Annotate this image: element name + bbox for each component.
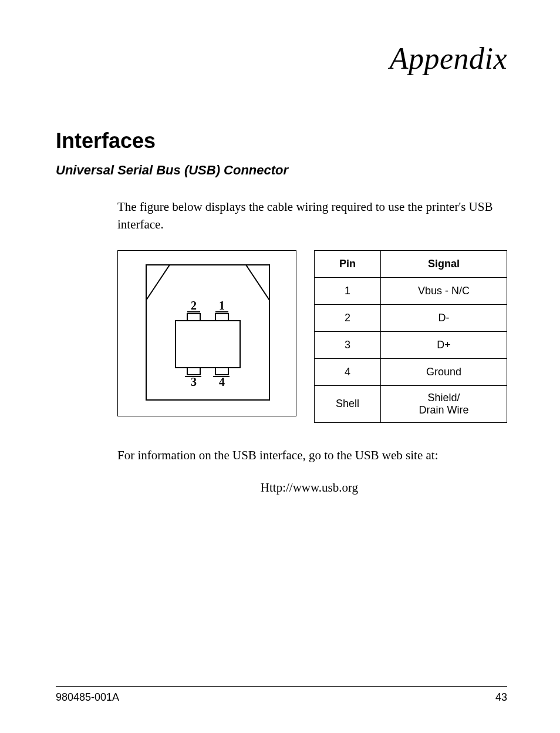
- svg-rect-4: [215, 314, 228, 321]
- col-header-signal: Signal: [380, 250, 507, 277]
- svg-rect-8: [215, 368, 228, 375]
- outro-paragraph: For information on the USB interface, go…: [117, 446, 501, 464]
- table-row: 2 D-: [315, 304, 507, 331]
- svg-rect-2: [176, 321, 240, 368]
- pin-label-2: 2: [191, 299, 197, 312]
- intro-paragraph: The figure below displays the cable wiri…: [117, 198, 501, 234]
- cell-signal: Ground: [380, 358, 507, 385]
- page-footer: 980485-001A 43: [56, 686, 507, 704]
- cell-signal: Shield/ Drain Wire: [380, 385, 507, 422]
- svg-marker-1: [146, 265, 269, 400]
- cell-pin: Shell: [315, 385, 381, 422]
- usb-connector-icon: 2 1 3 4: [134, 259, 281, 409]
- footer-doc-id: 980485-001A: [56, 691, 119, 704]
- table-row: 1 Vbus - N/C: [315, 277, 507, 304]
- cell-pin: 4: [315, 358, 381, 385]
- usb-connector-diagram: 2 1 3 4: [117, 250, 296, 416]
- subsection-heading: Universal Serial Bus (USB) Connector: [56, 163, 507, 178]
- pin-signal-table: Pin Signal 1 Vbus - N/C 2 D- 3 D+ 4 Grou…: [314, 250, 507, 423]
- pin-label-4: 4: [219, 375, 225, 388]
- col-header-pin: Pin: [315, 250, 381, 277]
- figure-row: 2 1 3 4 Pin Signal 1 Vbus - N/C: [117, 250, 507, 423]
- cell-pin: 2: [315, 304, 381, 331]
- svg-rect-7: [187, 368, 200, 375]
- table-header-row: Pin Signal: [315, 250, 507, 277]
- cell-signal: D-: [380, 304, 507, 331]
- pin-label-3: 3: [191, 375, 197, 388]
- table-row: Shell Shield/ Drain Wire: [315, 385, 507, 422]
- footer-page-number: 43: [495, 691, 507, 704]
- table-row: 3 D+: [315, 331, 507, 358]
- cell-pin: 3: [315, 331, 381, 358]
- cell-pin: 1: [315, 277, 381, 304]
- url-line: Http://www.usb.org: [117, 480, 501, 495]
- pin-label-1: 1: [219, 299, 225, 312]
- section-heading: Interfaces: [56, 129, 507, 153]
- cell-signal: D+: [380, 331, 507, 358]
- chapter-title: Appendix: [56, 41, 507, 76]
- table-row: 4 Ground: [315, 358, 507, 385]
- cell-signal: Vbus - N/C: [380, 277, 507, 304]
- svg-rect-3: [187, 314, 200, 321]
